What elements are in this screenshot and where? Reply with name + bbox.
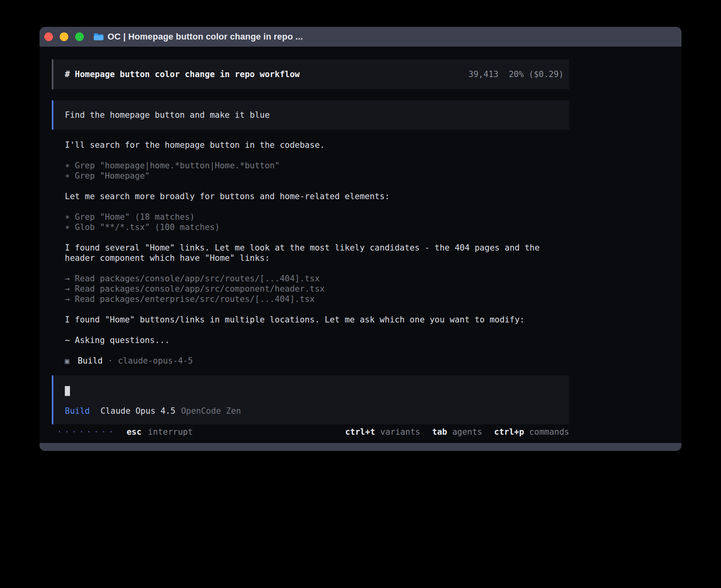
text-cursor	[65, 386, 70, 396]
titlebar[interactable]: OC | Homepage button color change in rep…	[40, 27, 681, 47]
hint-agents: tab agents	[432, 427, 482, 437]
terminal-window: OC | Homepage button color change in rep…	[40, 27, 681, 451]
traffic-lights	[44, 32, 84, 41]
agent-model: claude-opus-4-5	[118, 356, 193, 366]
window-title: OC | Homepage button color change in rep…	[108, 32, 303, 42]
session-title: # Homepage button color change in repo w…	[65, 69, 300, 79]
input-mode: Build	[65, 406, 90, 416]
tool-call-grep: ∗ Grep "homepage|home.*button|Home.*butt…	[65, 160, 569, 171]
assistant-text: I'll search for the homepage button in t…	[65, 140, 569, 150]
session-content: # Homepage button color change in repo w…	[52, 59, 569, 437]
hint-variants: ctrl+t variants	[345, 427, 420, 437]
status-text: ~ Asking questions...	[65, 335, 569, 345]
assistant-text: Let me search more broadly for buttons a…	[65, 191, 569, 202]
session-header: # Homepage button color change in repo w…	[52, 59, 569, 89]
user-message-text: Find the homepage button and make it blu…	[65, 110, 560, 120]
close-button[interactable]	[44, 32, 53, 41]
hint-label: commands	[529, 427, 569, 437]
folder-icon	[93, 32, 104, 41]
tool-call-read: → Read packages/console/app/src/componen…	[65, 284, 569, 294]
agent-name: Build	[77, 356, 102, 366]
footer-hints-right: ctrl+t variants tab agents ctrl+p comman…	[345, 427, 569, 437]
hint-commands: ctrl+p commands	[494, 427, 569, 437]
tool-call-read: → Read packages/console/app/src/routes/[…	[65, 273, 569, 284]
window-bottom-chrome	[40, 443, 681, 451]
terminal-content[interactable]: # Homepage button color change in repo w…	[40, 47, 681, 443]
assistant-text: I found "Home" buttons/links in multiple…	[65, 315, 569, 325]
assistant-text: I found several "Home" links. Let me loo…	[65, 243, 569, 263]
agent-icon: ▣	[65, 356, 69, 366]
input-provider: OpenCode Zen	[181, 406, 241, 416]
hint-label: variants	[380, 427, 420, 437]
session-stats: 39,413 20% ($0.29)	[468, 69, 564, 79]
hint-key: esc	[126, 427, 142, 437]
footer-statusbar: ········ esc interrupt ctrl+t variants t…	[52, 427, 569, 437]
tool-call-read: → Read packages/enterprise/src/routes/[.…	[65, 294, 569, 304]
prompt-input[interactable]: Build Claude Opus 4.5 OpenCode Zen	[52, 375, 569, 424]
tool-call-grep: ∗ Grep "Homepage"	[65, 171, 569, 181]
hint-interrupt: esc interrupt	[126, 427, 193, 437]
token-count: 39,413	[468, 69, 498, 79]
hint-key: ctrl+p	[494, 427, 524, 437]
hint-key: ctrl+t	[345, 427, 375, 437]
context-cost: 20% ($0.29)	[509, 69, 564, 79]
hint-key: tab	[432, 427, 447, 437]
hint-label: interrupt	[148, 427, 193, 437]
user-message: Find the homepage button and make it blu…	[52, 100, 569, 130]
agent-row: ▣ Build · claude-opus-4-5	[65, 356, 569, 366]
input-model: Claude Opus 4.5	[100, 406, 176, 416]
activity-dots: ········	[57, 427, 116, 437]
input-statusline: Build Claude Opus 4.5 OpenCode Zen	[65, 406, 560, 416]
hint-label: agents	[452, 427, 482, 437]
tool-call-glob: ∗ Glob "**/*.tsx" (100 matches)	[65, 222, 569, 232]
agent-separator: ·	[108, 356, 113, 366]
zoom-button[interactable]	[75, 32, 84, 41]
tool-call-grep: ∗ Grep "Home" (18 matches)	[65, 212, 569, 222]
minimize-button[interactable]	[60, 32, 68, 41]
